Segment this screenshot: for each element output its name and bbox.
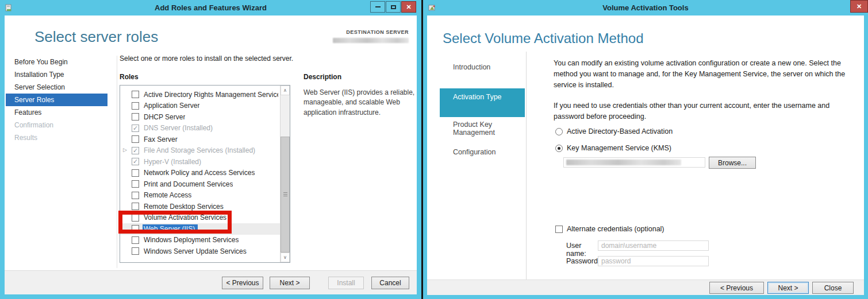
role-item-web-server-iis[interactable]: Web Server (IIS) [120, 223, 290, 235]
install-button: Install [328, 277, 364, 289]
nav-divider [117, 56, 117, 268]
tool-footer: < Previous Next > Close [427, 279, 864, 295]
checkbox-unchecked-icon[interactable] [132, 135, 139, 143]
checkbox-unchecked-icon[interactable] [132, 180, 139, 188]
instruction-text: Select one or more roles to install on t… [120, 55, 293, 63]
previous-button[interactable]: < Previous [709, 282, 764, 294]
checkbox-unchecked-icon[interactable] [132, 214, 139, 222]
role-item-remote-access[interactable]: Remote Access [120, 190, 290, 201]
nav-item-introduction[interactable]: Introduction [427, 63, 526, 71]
tool-body: Select Volume Activation Method Introduc… [427, 15, 864, 295]
destination-server-block: DESTINATION SERVER [333, 29, 409, 43]
role-item-fax-server[interactable]: Fax Server [120, 134, 290, 145]
role-item-file-and-storage-services[interactable]: ▷ ✓ File And Storage Services (Installed… [120, 145, 290, 157]
screen: Add Roles and Features Wizard ✕ Select s… [0, 0, 868, 299]
description-title: Description [304, 73, 416, 81]
cancel-button[interactable]: Cancel [371, 277, 409, 289]
checkbox-unchecked-icon[interactable] [132, 247, 139, 255]
checkbox-unchecked-icon[interactable] [132, 102, 139, 110]
add-roles-wizard-window: Add Roles and Features Wizard ✕ Select s… [0, 0, 421, 299]
checkbox-unchecked-icon[interactable] [132, 203, 139, 210]
nav-item-installation-type[interactable]: Installation Type [6, 68, 107, 81]
radio-selected-icon[interactable] [555, 145, 563, 152]
nav-item-confirmation: Confirmation [6, 119, 107, 131]
volume-activation-tools-window: Volume Activation Tools ✕ Select Volume … [423, 0, 868, 299]
minimize-button[interactable] [370, 1, 385, 13]
username-input[interactable] [598, 240, 709, 251]
intro-paragraph: You can modify an existing volume activa… [554, 58, 854, 90]
redacted-kms-server-name [566, 160, 681, 165]
checkbox-unchecked-icon[interactable] [132, 91, 139, 98]
username-label: User name: [566, 242, 598, 258]
nav-item-server-roles[interactable]: Server Roles [6, 94, 107, 106]
roles-list-label: Roles [120, 73, 139, 81]
nav-divider [526, 52, 527, 279]
alternate-credentials-checkbox-row[interactable]: Alternate credentials (optional) [555, 225, 665, 233]
role-item-dns-server[interactable]: ✓ DNS Server (Installed) [120, 123, 290, 134]
next-button[interactable]: Next > [767, 282, 809, 294]
maximize-button[interactable] [386, 1, 401, 13]
wizard-nav: Before You Begin Installation Type Serve… [6, 56, 107, 144]
close-dialog-button[interactable]: Close [812, 282, 854, 294]
checkbox-checked-icon[interactable]: ✓ [132, 125, 139, 132]
roles-listbox: Active Directory Rights Management Servi… [120, 85, 290, 263]
checkbox-unchecked-icon[interactable] [132, 192, 139, 199]
nav-item-product-key-management[interactable]: Product Key Management [453, 121, 526, 137]
nav-item-server-selection[interactable]: Server Selection [6, 81, 107, 94]
radio-unselected-icon[interactable] [555, 128, 563, 135]
role-item-application-server[interactable]: Application Server [120, 100, 290, 112]
minimize-icon [375, 6, 381, 7]
radio-option-kms[interactable]: Key Management Service (KMS) [555, 144, 671, 152]
window-title: Add Roles and Features Wizard [0, 3, 421, 12]
destination-server-label: DESTINATION SERVER [333, 29, 409, 35]
next-button[interactable]: Next > [270, 277, 310, 289]
nav-item-before-you-begin[interactable]: Before You Begin [6, 56, 107, 68]
expander-icon[interactable]: ▷ [123, 147, 127, 153]
browse-button[interactable]: Browse... [709, 157, 756, 169]
close-button[interactable]: ✕ [401, 1, 416, 13]
checkbox-unchecked-icon[interactable] [555, 226, 563, 233]
checkbox-checked-icon[interactable]: ✓ [132, 147, 139, 154]
scrollbar-thumb[interactable] [281, 137, 290, 253]
page-title: Select server roles [34, 28, 158, 46]
checkbox-unchecked-icon[interactable] [132, 113, 139, 121]
description-panel: Description Web Server (IIS) provides a … [304, 73, 416, 118]
role-item-remote-desktop-services[interactable]: Remote Desktop Services [120, 201, 290, 212]
checkbox-checked-icon[interactable]: ✓ [132, 158, 139, 165]
description-text: Web Server (IIS) provides a reliable, ma… [304, 88, 416, 118]
redacted-destination-server-name [333, 38, 409, 43]
nav-item-configuration[interactable]: Configuration [453, 148, 496, 156]
close-button[interactable]: ✕ [850, 0, 868, 13]
role-item-dhcp-server[interactable]: DHCP Server [120, 111, 290, 123]
password-input[interactable] [598, 256, 709, 266]
window-title: Volume Activation Tools [423, 3, 868, 12]
wizard-body: Select server roles DESTINATION SERVER B… [5, 15, 417, 294]
nav-item-features[interactable]: Features [6, 106, 107, 119]
maximize-icon [391, 5, 396, 9]
username-field-row: User name: [566, 242, 598, 258]
close-icon: ✕ [857, 3, 862, 10]
role-item-print-and-document[interactable]: Print and Document Services [120, 178, 290, 190]
scroll-down-icon[interactable]: ∨ [281, 253, 290, 262]
scrollbar[interactable]: ∧ ∨ [280, 86, 290, 262]
password-field-row: Password: [566, 257, 598, 265]
password-label: Password: [566, 257, 598, 265]
titlebar[interactable]: Volume Activation Tools ✕ [423, 0, 868, 15]
kms-server-input[interactable] [563, 157, 705, 168]
nav-item-activation-type[interactable]: Activation Type [440, 88, 525, 117]
role-item-windows-deployment-services[interactable]: Windows Deployment Services [120, 235, 290, 246]
radio-option-ad-activation[interactable]: Active Directory-Based Activation [555, 127, 673, 135]
checkbox-unchecked-icon[interactable] [132, 236, 139, 244]
checkbox-unchecked-icon[interactable] [132, 225, 139, 232]
previous-button[interactable]: < Previous [222, 277, 263, 289]
checkbox-unchecked-icon[interactable] [132, 169, 139, 177]
scroll-up-icon[interactable]: ∧ [281, 86, 290, 95]
role-item-windows-server-update-services[interactable]: Windows Server Update Services [120, 246, 290, 257]
nav-item-results: Results [6, 131, 107, 144]
close-icon: ✕ [406, 3, 411, 11]
titlebar[interactable]: Add Roles and Features Wizard ✕ [0, 0, 421, 15]
role-item-network-policy[interactable]: Network Policy and Access Services [120, 168, 290, 179]
role-item-ad-rights-management[interactable]: Active Directory Rights Management Servi… [120, 89, 290, 100]
role-item-volume-activation-services[interactable]: Volume Activation Services [120, 212, 290, 224]
role-item-hyper-v[interactable]: ✓ Hyper-V (Installed) [120, 156, 290, 168]
